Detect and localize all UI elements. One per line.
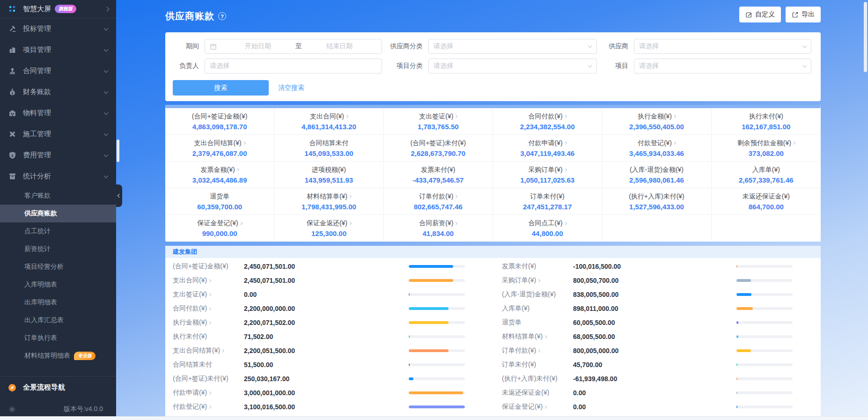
drilldown-arrow-icon[interactable] (348, 195, 352, 198)
stat-cell-r3c1[interactable]: 发票金额(¥)3,032,454,486.89 (165, 162, 274, 188)
group-name[interactable]: 建发集团 (173, 248, 197, 256)
supplier-select[interactable]: 请选择 (634, 39, 811, 54)
sidebar-subitem-inout-summary[interactable]: 出入库汇总表 (0, 311, 116, 329)
sidebar-subitem-project-analysis[interactable]: 项目经营分析 (0, 258, 116, 276)
drilldown-arrow-icon[interactable] (454, 221, 457, 225)
sidebar-subitem-inbound-detail[interactable]: 入库明细表 (0, 276, 116, 294)
drilldown-arrow-icon[interactable] (208, 321, 211, 324)
export-button[interactable]: 导出 (786, 7, 821, 22)
drilldown-arrow-icon[interactable] (537, 279, 540, 282)
sidebar-item-label: 施工管理 (23, 130, 102, 139)
account-label: (合同+签证)金额(¥) (173, 262, 244, 271)
drilldown-arrow-icon[interactable] (348, 221, 352, 225)
drilldown-arrow-icon[interactable] (454, 115, 457, 118)
sidebar-subitem-material-settlement-detail[interactable]: 材料结算明细表专业版 (0, 347, 116, 365)
gear-icon[interactable] (7, 405, 17, 413)
sidebar-scrollbar-thumb[interactable] (117, 140, 119, 162)
stat-cell-r5c4[interactable]: 合同点工(¥)44,800.00 (493, 215, 602, 242)
account-label-text: 订单付款(¥) (502, 346, 536, 355)
drilldown-arrow-icon[interactable] (345, 115, 348, 118)
drilldown-arrow-icon[interactable] (208, 293, 211, 296)
sidebar-subitem-salary-stats[interactable]: 薪资统计 (0, 240, 116, 258)
stat-cell-r5c2[interactable]: 保证金返还(¥)125,300.00 (274, 215, 383, 242)
stat-cell-r1c3[interactable]: 支出签证(¥)1,783,765.50 (384, 108, 493, 135)
drilldown-arrow-icon[interactable] (208, 405, 211, 408)
stat-cell-r1c5[interactable]: 执行金额(¥)2,396,550,405.00 (602, 108, 711, 135)
drilldown-arrow-icon[interactable] (564, 168, 567, 171)
drilldown-arrow-icon[interactable] (239, 221, 243, 225)
drilldown-arrow-icon[interactable] (208, 279, 211, 282)
stat-cell-r5c3[interactable]: 合同薪资(¥)41,834.00 (384, 215, 493, 242)
drilldown-arrow-icon[interactable] (564, 221, 567, 225)
sidebar-subitem-supplier-accounts[interactable]: 供应商账款 (0, 205, 116, 222)
drilldown-arrow-icon[interactable] (673, 115, 676, 118)
drilldown-arrow-icon[interactable] (544, 335, 547, 338)
stat-value: 44,800.00 (532, 229, 563, 237)
sidebar-item-project[interactable]: 项目管理 (0, 39, 116, 60)
stat-cell-r5c1[interactable]: 保证金登记(¥)990,000.00 (165, 215, 274, 242)
sidebar-subitem-customer-accounts[interactable]: 客户账款 (0, 187, 116, 205)
date-range-picker[interactable]: 开始日期 至 结束日期 (205, 39, 382, 54)
sidebar-item-finance[interactable]: 财务账款 (0, 81, 116, 103)
drilldown-arrow-icon[interactable] (564, 141, 567, 145)
horizontal-scrollbar[interactable] (0, 416, 868, 420)
drilldown-arrow-icon[interactable] (208, 307, 211, 310)
search-button[interactable]: 搜索 (173, 80, 269, 96)
customize-button[interactable]: 自定义 (739, 7, 781, 22)
drilldown-arrow-icon[interactable] (544, 405, 547, 408)
sidebar-subitem-label: 入库明细表 (24, 280, 57, 289)
stat-cell-r1c4[interactable]: 合同付款(¥)2,234,382,554.00 (493, 108, 602, 135)
start-date-input[interactable]: 开始日期 (221, 42, 295, 51)
sidebar-item-label: 智慧大屏 (23, 5, 51, 14)
help-icon[interactable]: ? (218, 12, 226, 20)
stat-cell-r1c2[interactable]: 支出合同(¥)4,861,314,413.20 (274, 108, 383, 135)
supplier-category-select[interactable]: 请选择 (428, 39, 597, 54)
clear-search-link[interactable]: 清空搜索 (278, 84, 304, 92)
stat-cell-r2c5[interactable]: 付款登记(¥)3,465,934,033.46 (602, 135, 711, 162)
account-label-text: 退货单 (502, 318, 522, 327)
drilldown-arrow-icon[interactable] (208, 391, 211, 394)
account-label-text: 付款登记(¥) (173, 403, 207, 411)
stat-cell-r2c1[interactable]: 支出合同结算(¥)2,379,476,087.00 (165, 135, 274, 162)
drilldown-arrow-icon[interactable] (792, 141, 795, 145)
owner-select[interactable]: 请选择 (205, 59, 382, 74)
drilldown-arrow-icon[interactable] (564, 115, 567, 118)
page-title: 供应商账款 (165, 10, 214, 22)
drilldown-arrow-icon[interactable] (454, 195, 457, 198)
project-select[interactable]: 请选择 (634, 59, 811, 74)
stat-cell-r3c4[interactable]: 采购订单(¥)1,050,117,025.63 (493, 162, 602, 188)
progress-bar (736, 377, 793, 380)
contract-icon (7, 67, 17, 75)
sidebar-subitem-daywork-stats[interactable]: 点工统计 (0, 222, 116, 240)
sidebar-item-smart-screen[interactable]: 智慧大屏 旗舰版 (0, 0, 116, 18)
progress-bar-fill (736, 265, 737, 268)
sidebar-item-material[interactable]: 物料管理 (0, 103, 116, 124)
sidebar-item-construction[interactable]: 施工管理 (0, 124, 116, 145)
sidebar-item-contract[interactable]: 合同管理 (0, 60, 116, 81)
panorama-nav-item[interactable]: 全景流程导航 (0, 376, 116, 398)
sidebar-subitem-label: 供应商账款 (24, 209, 57, 218)
sidebar-item-stats[interactable]: 统计分析 (0, 166, 116, 187)
sidebar-subitem-order-execution[interactable]: 订单执行表 (0, 329, 116, 347)
sidebar-item-expense[interactable]: 费用管理 (0, 145, 116, 166)
end-date-input[interactable]: 结束日期 (302, 42, 377, 51)
sidebar-collapse-handle[interactable] (116, 184, 122, 207)
vertical-scrollbar-thumb[interactable] (864, 2, 867, 72)
stat-cell-r4c2[interactable]: 材料结算单(¥)1,798,431,995.00 (274, 188, 383, 215)
stat-cell-r2c6[interactable]: 剩余预付款金额(¥)373,082.00 (712, 135, 821, 162)
drilldown-arrow-icon[interactable] (673, 141, 676, 145)
sidebar-item-bid[interactable]: 投标管理 (0, 18, 116, 39)
stat-cell-r4c5: (执行+入库)未付(¥)1,527,596,433.00 (602, 188, 711, 215)
sidebar-subitem-outbound-detail[interactable]: 出库明细表 (0, 294, 116, 311)
drilldown-arrow-icon[interactable] (243, 141, 246, 145)
customize-label: 自定义 (755, 10, 775, 19)
stat-cell-r4c3[interactable]: 订单付款(¥)802,665,747.46 (384, 188, 493, 215)
stat-cell-r2c4[interactable]: 付款申请(¥)3,047,119,493.46 (493, 135, 602, 162)
drilldown-arrow-icon[interactable] (221, 349, 224, 352)
drilldown-arrow-icon[interactable] (236, 168, 239, 171)
export-label: 导出 (802, 10, 815, 19)
stat-label-text: 入库单(¥) (752, 166, 780, 174)
project-category-select[interactable]: 请选择 (428, 59, 597, 74)
horizontal-scroll-indicator[interactable] (165, 105, 821, 108)
drilldown-arrow-icon[interactable] (537, 349, 540, 352)
